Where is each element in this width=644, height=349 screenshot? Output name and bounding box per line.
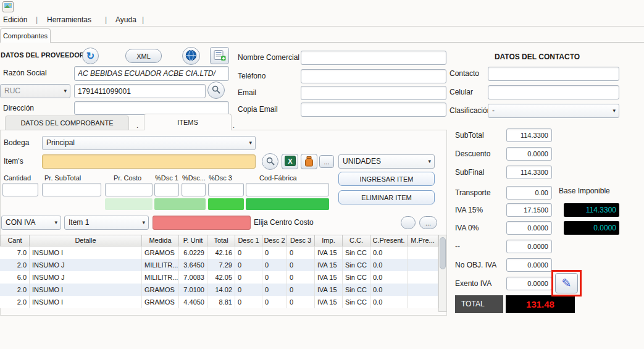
pr-subtotal-input[interactable]	[42, 183, 101, 196]
table-cell: Sin CC	[343, 284, 370, 296]
iva15-input[interactable]	[506, 203, 552, 217]
nombre-comercial-label: Nombre Comercial	[238, 51, 299, 65]
table-header-cell[interactable]: Imp.	[315, 235, 343, 246]
table-cell: 0	[262, 296, 287, 308]
menu-item-ayuda[interactable]: Ayuda	[115, 13, 136, 27]
tab-datos-comprobante[interactable]: DATOS DEL COMPROBANTE	[5, 116, 129, 130]
contacto-input[interactable]	[488, 67, 619, 81]
table-header-cell[interactable]: C.Present.	[370, 235, 408, 246]
nombre-comercial-input[interactable]	[301, 51, 446, 65]
bodega-combo-value: Principal	[46, 138, 75, 147]
table-row[interactable]: 2.0INSUMO IGRAMOS7.010014.02000IVA 15Sin…	[0, 284, 438, 296]
dsc1-input[interactable]	[154, 183, 179, 196]
table-row[interactable]: 6.0INSUMO JMILILITR...7.008342.05000IVA …	[0, 271, 438, 284]
table-header-cell[interactable]: P. Unit	[179, 235, 207, 246]
table-header-cell[interactable]: C.C.	[343, 235, 370, 246]
ruc-search-button[interactable]	[207, 82, 225, 99]
price-indicator-strip	[246, 198, 329, 210]
table-cell: 0	[235, 246, 262, 259]
subtotal-input[interactable]	[506, 128, 552, 142]
dsc2-input[interactable]	[182, 183, 206, 196]
item-number-combo[interactable]: Item 1 ▾	[64, 216, 149, 230]
refresh-button[interactable]: ↻	[82, 48, 99, 64]
scrollbar-thumb[interactable]	[440, 237, 446, 269]
excel-export-button[interactable]: X	[282, 154, 298, 169]
iva0-input[interactable]	[506, 221, 552, 235]
menu-item-herramientas[interactable]: Herramientas	[47, 13, 91, 27]
globe-button[interactable]	[182, 47, 200, 65]
otros-label: --	[455, 240, 460, 254]
unidades-combo[interactable]: UNIDADES ▾	[338, 154, 435, 169]
table-header-cell[interactable]: Cant	[0, 235, 30, 246]
dsc3-label: %Dsc 3	[209, 174, 232, 182]
descuento-input[interactable]	[506, 147, 552, 161]
table-cell: 6.0	[0, 271, 30, 284]
table-header-cell[interactable]: Desc 3	[287, 235, 315, 246]
con-iva-combo[interactable]: CON IVA ▾	[1, 216, 61, 230]
ruc-combo[interactable]: RUC ▾	[0, 84, 70, 98]
table-cell: 0.0	[370, 246, 408, 259]
centro-costo-more-button[interactable]: ...	[419, 216, 437, 229]
table-header-cell[interactable]: Desc 1	[235, 235, 262, 246]
items-label: Item's	[4, 154, 23, 169]
table-header-row: CantDetalleMedidaP. UnitTotalDesc 1Desc …	[0, 235, 438, 246]
cantidad-input[interactable]	[2, 183, 38, 196]
table-cell: 0	[262, 259, 287, 271]
item-number-combo-value: Item 1	[69, 218, 89, 227]
centro-costo-clear-button[interactable]	[401, 216, 416, 229]
bodega-combo[interactable]: Principal ▾	[42, 136, 256, 150]
table-header-cell[interactable]: Total	[207, 235, 235, 246]
subfinal-input[interactable]	[506, 166, 552, 179]
chevron-down-icon: ▾	[64, 85, 67, 98]
table-cell: 0	[287, 284, 315, 296]
copia-email-input[interactable]	[301, 103, 446, 117]
clasificacion-combo[interactable]: - ▾	[488, 104, 619, 118]
table-row[interactable]: 2.0INSUMO IGRAMOS4.40508.81000IVA 15Sin …	[0, 296, 438, 308]
table-cell	[408, 296, 438, 308]
edit-total-button[interactable]: ✎	[555, 273, 578, 293]
item-more-button[interactable]: ...	[319, 155, 334, 168]
table-header-cell[interactable]: Detalle	[30, 235, 142, 246]
no-obj-iva-label: No OBJ. IVA	[455, 258, 496, 272]
menu-item-edicion[interactable]: Edición	[3, 13, 27, 27]
tab-items[interactable]: ITEMS	[144, 114, 232, 130]
table-cell: 0	[235, 284, 262, 296]
table-cell	[408, 246, 438, 259]
eliminar-item-button[interactable]: ELIMINAR ITEM	[338, 190, 435, 204]
tab-comprobantes[interactable]: Comprobantes	[0, 28, 51, 43]
table-scrollbar[interactable]	[438, 235, 447, 312]
table-row[interactable]: 2.0INSUMO JMILILITR...3.64507.29000IVA 1…	[0, 259, 438, 271]
menu-separator: |	[105, 13, 107, 27]
exento-iva-input[interactable]	[506, 277, 552, 290]
register-form-button[interactable]	[210, 47, 229, 64]
table-header-cell[interactable]: Medida	[142, 235, 179, 246]
product-image-button[interactable]	[301, 154, 317, 169]
dsc3-input[interactable]	[208, 183, 244, 196]
total-value-display: 131.48	[506, 295, 575, 313]
chevron-down-icon: ▾	[249, 137, 252, 149]
no-obj-iva-input[interactable]	[506, 258, 552, 272]
transporte-input[interactable]	[506, 186, 552, 200]
ruc-input[interactable]	[74, 84, 206, 98]
email-input[interactable]	[301, 86, 446, 100]
ingresar-item-button[interactable]: INGRESAR ITEM	[338, 172, 435, 186]
table-cell: 0.0	[370, 271, 408, 284]
item-search-button[interactable]	[262, 153, 278, 170]
centro-costo-field[interactable]	[153, 216, 251, 230]
razon-social-input[interactable]	[74, 66, 229, 81]
celular-input[interactable]	[488, 85, 619, 99]
xml-button[interactable]: XML	[125, 49, 162, 63]
pr-costo-input[interactable]	[105, 183, 153, 196]
table-header-cell[interactable]: M.Pre...	[408, 235, 438, 246]
table-row[interactable]: 7.0INSUMO IGRAMOS6.022942.16000IVA 15Sin…	[0, 246, 438, 259]
direccion-input[interactable]	[74, 101, 229, 115]
iva15-label: IVA 15%	[455, 203, 483, 217]
telefono-input[interactable]	[301, 69, 446, 83]
otros-input[interactable]	[506, 240, 552, 253]
celular-label: Celular	[450, 85, 473, 99]
item-search-input[interactable]	[42, 154, 256, 169]
cod-fabrica-input[interactable]	[246, 183, 329, 196]
table-header-cell[interactable]: Desc 2	[262, 235, 287, 246]
table-cell: 42.05	[207, 271, 235, 284]
table-cell: 6.0229	[179, 246, 207, 259]
